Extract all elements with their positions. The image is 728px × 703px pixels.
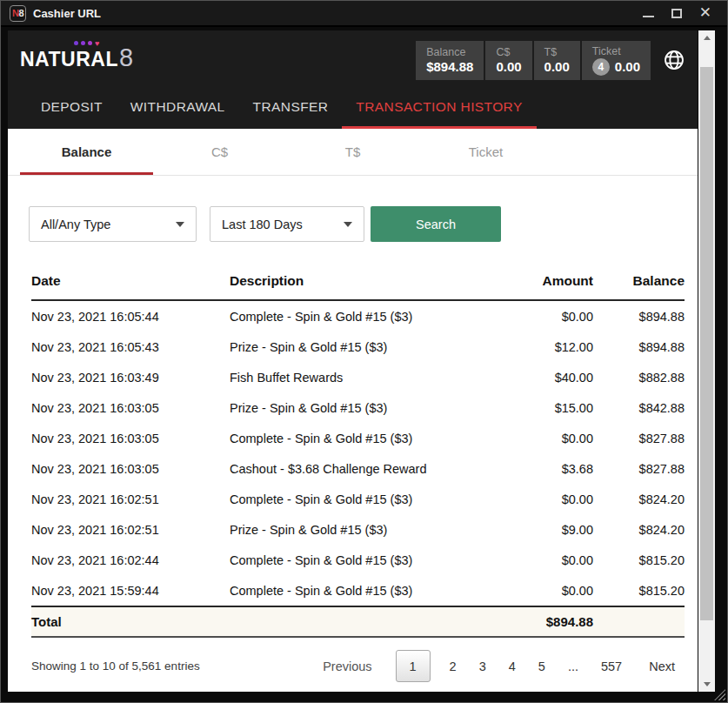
cell-amount: $0.00 — [498, 553, 593, 567]
cell-description: Prize - Spin & Gold #15 ($3) — [230, 523, 498, 537]
resize-grip[interactable] — [714, 689, 725, 700]
window-controls: ✕ — [643, 7, 718, 19]
table-row: Nov 23, 2021 16:03:05Prize - Spin & Gold… — [31, 392, 685, 423]
cell-date: Nov 23, 2021 16:05:43 — [31, 340, 230, 354]
cell-balance: $894.88 — [593, 340, 685, 354]
minimize-button[interactable] — [643, 16, 654, 17]
window-body: ♥ NATURAL 8 Balance $894.88 C$ 0.00 — [1, 29, 727, 702]
subtab-balance[interactable]: Balance — [20, 129, 153, 175]
wallet-tdollar: T$ 0.00 — [534, 41, 580, 80]
subtab-cdollar[interactable]: C$ — [153, 129, 286, 175]
table-header-row: Date Description Amount Balance — [31, 264, 685, 301]
total-row: Total $894.88 — [31, 606, 685, 638]
cell-date: Nov 23, 2021 16:03:05 — [31, 401, 230, 415]
cell-date: Nov 23, 2021 16:05:44 — [31, 310, 230, 324]
ticket-count-badge: 4 — [592, 58, 610, 76]
pagination: Previous12345...557Next — [311, 650, 675, 682]
cell-description: Cashout - $3.68 Challenge Reward — [230, 462, 498, 476]
cell-description: Prize - Spin & Gold #15 ($3) — [230, 340, 498, 354]
scrollbar-thumb[interactable] — [700, 67, 713, 620]
header-balance: Balance — [593, 273, 685, 289]
pagination-1[interactable]: 1 — [396, 650, 431, 682]
tab-withdrawal[interactable]: WITHDRAWAL — [117, 84, 239, 129]
maximize-button[interactable] — [671, 9, 682, 18]
pagination-3[interactable]: 3 — [468, 659, 498, 673]
showing-entries-text: Showing 1 to 10 of 5,561 entries — [31, 659, 200, 673]
header-date: Date — [31, 273, 230, 289]
natural8-logo: ♥ NATURAL 8 — [20, 48, 133, 71]
cell-balance: $824.20 — [593, 492, 685, 506]
cell-balance: $824.20 — [593, 523, 685, 537]
logo-eight: 8 — [119, 49, 133, 66]
wallet-summary: Balance $894.88 C$ 0.00 T$ 0.00 Ticket — [416, 41, 651, 80]
tab-deposit[interactable]: DEPOSIT — [27, 84, 117, 129]
scroll-up-button[interactable] — [698, 30, 715, 45]
cell-balance: $882.88 — [593, 371, 685, 385]
cell-date: Nov 23, 2021 16:02:51 — [31, 523, 230, 537]
vertical-scrollbar[interactable] — [698, 30, 715, 692]
app-icon-letter-n: N — [12, 8, 18, 18]
app-icon: N8 — [10, 5, 26, 22]
pagination-5[interactable]: 5 — [527, 659, 557, 673]
table-row: Nov 23, 2021 16:03:05Complete - Spin & G… — [31, 423, 685, 453]
wallet-cdollar: C$ 0.00 — [485, 41, 531, 80]
cell-balance: $815.20 — [593, 584, 685, 598]
period-filter-dropdown[interactable]: Last 180 Days — [210, 206, 364, 242]
cell-amount: $40.00 — [498, 371, 593, 385]
cell-amount: $0.00 — [498, 310, 593, 324]
table-row: Nov 23, 2021 16:02:51Prize - Spin & Gold… — [31, 514, 685, 545]
header-description: Description — [230, 273, 498, 289]
cell-amount: $15.00 — [498, 401, 593, 415]
scroll-down-button[interactable] — [698, 677, 715, 692]
pagination-next[interactable]: Next — [633, 659, 675, 673]
cell-date: Nov 23, 2021 16:03:05 — [31, 432, 230, 445]
cell-description: Complete - Spin & Gold #15 ($3) — [230, 310, 498, 324]
wallet-ticket: Ticket 4 0.00 — [582, 41, 651, 80]
title-bar: N8 Cashier URL ✕ — [1, 1, 727, 27]
pagination-2[interactable]: 2 — [438, 659, 468, 673]
cell-date: Nov 23, 2021 16:02:44 — [31, 553, 230, 567]
cell-balance: $827.88 — [593, 462, 685, 476]
cell-description: Complete - Spin & Gold #15 ($3) — [230, 432, 498, 445]
cell-balance: $894.88 — [593, 310, 685, 324]
table-row: Nov 23, 2021 15:59:44Complete - Spin & G… — [31, 575, 685, 606]
type-filter-dropdown[interactable]: All/Any Type — [29, 206, 197, 242]
table-row: Nov 23, 2021 16:05:43Prize - Spin & Gold… — [31, 331, 685, 362]
table-row: Nov 23, 2021 16:03:05Cashout - $3.68 Cha… — [31, 453, 685, 484]
cashier-window: { "window": { "title": "Cashier URL", "i… — [0, 0, 728, 703]
cell-description: Complete - Spin & Gold #15 ($3) — [230, 553, 498, 567]
total-label: Total — [31, 614, 230, 629]
type-filter-value: All/Any Type — [41, 218, 110, 231]
language-globe-icon[interactable] — [663, 49, 685, 75]
cell-amount: $3.68 — [498, 462, 593, 476]
pagination-previous[interactable]: Previous — [311, 659, 387, 673]
cashier-header: ♥ NATURAL 8 Balance $894.88 C$ 0.00 — [8, 30, 698, 129]
triangle-down-icon — [704, 682, 711, 686]
total-value: $894.88 — [498, 614, 593, 629]
pagination-557[interactable]: 557 — [590, 659, 633, 673]
cell-balance: $815.20 — [593, 553, 685, 567]
tab-transaction-history[interactable]: TRANSACTION HISTORY — [342, 84, 536, 129]
table-row: Nov 23, 2021 16:05:44Complete - Spin & G… — [31, 301, 685, 331]
cell-amount: $0.00 — [498, 584, 593, 598]
search-button[interactable]: Search — [371, 206, 501, 242]
chevron-down-icon — [344, 222, 352, 227]
subtab-tdollar[interactable]: T$ — [286, 129, 419, 175]
chevron-down-icon — [176, 222, 184, 227]
wallet-balance-value: $894.88 — [426, 59, 473, 75]
currency-subtabs: Balance C$ T$ Ticket — [8, 129, 698, 176]
wallet-balance: Balance $894.88 — [416, 41, 484, 80]
close-button[interactable]: ✕ — [699, 7, 711, 19]
pagination-: ... — [557, 659, 590, 673]
window-title: Cashier URL — [33, 7, 101, 20]
main-nav-tabs: DEPOSIT WITHDRAWAL TRANSFER TRANSACTION … — [8, 84, 698, 129]
table-row: Nov 23, 2021 16:02:44Complete - Spin & G… — [31, 545, 685, 575]
transaction-history-panel: Balance C$ T$ Ticket All/Any Type Last 1… — [8, 129, 698, 692]
subtab-ticket[interactable]: Ticket — [419, 129, 552, 175]
cell-amount: $9.00 — [498, 523, 593, 537]
tab-transfer[interactable]: TRANSFER — [239, 84, 343, 129]
cell-date: Nov 23, 2021 16:03:05 — [31, 462, 230, 476]
period-filter-value: Last 180 Days — [222, 218, 303, 231]
pagination-4[interactable]: 4 — [498, 659, 527, 673]
cell-description: Fish Buffet Rewards — [230, 371, 498, 385]
